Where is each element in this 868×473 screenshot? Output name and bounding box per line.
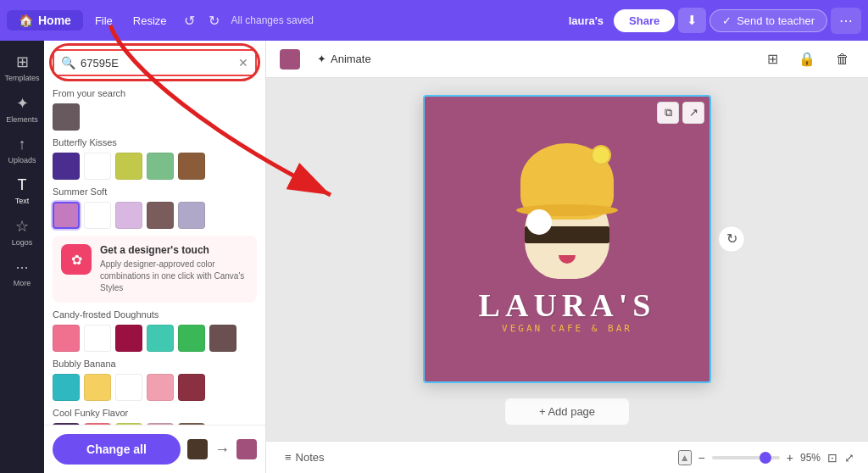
- uploads-icon: ↑: [19, 136, 26, 153]
- canvas-area: ✦ Animate ⊞ 🔒 🗑 ⧉ ↗: [266, 41, 868, 473]
- resize-handle-icon[interactable]: ↗: [682, 102, 704, 124]
- designer-touch-card[interactable]: ✿ Get a designer's touch Apply designer-…: [53, 236, 257, 303]
- designer-icon: ✿: [61, 244, 92, 275]
- swatch[interactable]: [84, 202, 111, 229]
- sidebar-item-templates[interactable]: ⊞ Templates: [0, 47, 44, 87]
- fit-page-button[interactable]: ⊡: [827, 451, 837, 465]
- designer-title: Get a designer's touch: [100, 244, 248, 256]
- send-teacher-label: Send to teacher: [737, 14, 815, 27]
- swatch[interactable]: [115, 153, 142, 180]
- candy-frosted-swatches: [53, 325, 257, 352]
- sidebar-item-uploads[interactable]: ↑ Uploads: [0, 131, 44, 170]
- panel-content: From your search Butterfly Kisses Summer…: [44, 81, 265, 425]
- zoom-in-button[interactable]: +: [787, 451, 793, 465]
- canvas-main: ⧉ ↗: [266, 78, 868, 441]
- char-eye-white: [526, 209, 552, 235]
- search-clear-button[interactable]: ✕: [238, 56, 248, 70]
- color-from-swatch[interactable]: [187, 439, 208, 459]
- swatch[interactable]: [147, 202, 174, 229]
- sidebar-item-elements[interactable]: ✦ Elements: [0, 89, 44, 129]
- add-page-button[interactable]: + Add page: [505, 398, 629, 425]
- search-wrapper: 🔍 ✕: [44, 41, 265, 81]
- sidebar-item-logos[interactable]: ☆ Logos: [0, 212, 44, 252]
- search-result-swatch[interactable]: [53, 103, 80, 131]
- swatch[interactable]: [209, 325, 236, 352]
- more-label: More: [14, 279, 31, 287]
- swatch[interactable]: [84, 325, 111, 352]
- logo-main-text: LAURA'S: [479, 289, 656, 321]
- search-icon: 🔍: [61, 56, 75, 70]
- cool-funky-label: Cool Funky Flavor: [53, 408, 257, 418]
- swatch[interactable]: [178, 202, 205, 229]
- download-button[interactable]: ⬇: [678, 8, 706, 33]
- bubbly-banana-swatches: [53, 374, 257, 401]
- notes-icon: ≡: [285, 451, 292, 464]
- home-label: Home: [38, 14, 71, 27]
- notes-button[interactable]: ≡ Notes: [280, 449, 330, 465]
- zoom-slider[interactable]: [712, 456, 780, 459]
- home-button[interactable]: 🏠 Home: [7, 10, 83, 31]
- swatch[interactable]: [178, 153, 205, 180]
- search-bar[interactable]: 🔍 ✕: [53, 49, 257, 76]
- bubbly-banana-label: Bubbly Banana: [53, 359, 257, 369]
- duplicate-icon[interactable]: ⧉: [657, 102, 679, 124]
- zoom-controls: − + 95%: [698, 451, 821, 465]
- top-nav: 🏠 Home File Resize ↺ ↻ All changes saved…: [0, 0, 868, 41]
- swatch[interactable]: [178, 325, 205, 352]
- swatch[interactable]: [53, 374, 80, 401]
- checkmark-icon: ✓: [722, 14, 732, 27]
- swatch[interactable]: [115, 202, 142, 229]
- swatch[interactable]: [84, 374, 111, 401]
- delete-button[interactable]: 🗑: [831, 48, 854, 70]
- animate-button[interactable]: ✦ Animate: [310, 49, 378, 69]
- swatch[interactable]: [115, 325, 142, 352]
- swatch[interactable]: [178, 374, 205, 401]
- canvas-color-picker[interactable]: [280, 49, 300, 70]
- swatch[interactable]: [53, 153, 80, 180]
- canvas-toolbar: ✦ Animate ⊞ 🔒 🗑: [266, 41, 868, 78]
- lock-button[interactable]: 🔒: [793, 47, 821, 70]
- butterfly-kisses-label: Butterfly Kisses: [53, 137, 257, 147]
- sidebar-item-more[interactable]: ··· More: [0, 253, 44, 292]
- from-search-label: From your search: [53, 88, 257, 98]
- uploads-label: Uploads: [8, 156, 36, 164]
- swatch[interactable]: [147, 153, 174, 180]
- send-teacher-button[interactable]: ✓ Send to teacher: [709, 9, 827, 32]
- swatch[interactable]: [84, 153, 111, 180]
- swatch[interactable]: [147, 325, 174, 352]
- more-icon: ···: [15, 259, 28, 276]
- more-options-button[interactable]: ⋯: [831, 8, 861, 34]
- undo-button[interactable]: ↺: [179, 9, 200, 32]
- sidebar-item-text[interactable]: T Text: [0, 171, 44, 210]
- designer-text: Get a designer's touch Apply designer-ap…: [100, 244, 248, 294]
- position-button[interactable]: ⊞: [762, 47, 783, 70]
- home-icon: 🏠: [19, 14, 33, 27]
- redo-button[interactable]: ↻: [203, 9, 225, 32]
- summer-soft-label: Summer Soft: [53, 186, 257, 197]
- char-lemon: [591, 145, 611, 165]
- swatch[interactable]: [115, 374, 142, 401]
- text-icon: T: [18, 176, 27, 194]
- main-layout: ⊞ Templates ✦ Elements ↑ Uploads T Text …: [0, 41, 868, 473]
- notes-label: Notes: [296, 451, 325, 464]
- swatch[interactable]: [147, 374, 174, 401]
- scroll-up-button[interactable]: ▲: [678, 450, 692, 465]
- refresh-button[interactable]: ↻: [718, 225, 745, 253]
- swatch[interactable]: [53, 202, 80, 229]
- search-input[interactable]: [81, 57, 233, 70]
- text-label: Text: [15, 197, 30, 205]
- zoom-percentage: 95%: [800, 452, 821, 464]
- color-arrow-icon: →: [214, 441, 230, 459]
- file-menu[interactable]: File: [86, 11, 121, 31]
- icon-sidebar: ⊞ Templates ✦ Elements ↑ Uploads T Text …: [0, 41, 44, 473]
- fullscreen-button[interactable]: ⤢: [844, 451, 854, 465]
- color-to-swatch[interactable]: [236, 439, 257, 459]
- zoom-out-button[interactable]: −: [698, 451, 705, 465]
- logos-icon: ☆: [15, 217, 29, 236]
- design-canvas[interactable]: ⧉ ↗: [423, 95, 711, 383]
- change-all-button[interactable]: Change all: [53, 434, 181, 465]
- share-button[interactable]: Share: [614, 9, 675, 32]
- color-panel: 🔍 ✕ From your search Butterfly Kisses: [44, 41, 266, 473]
- resize-menu[interactable]: Resize: [125, 11, 175, 31]
- swatch[interactable]: [53, 325, 80, 352]
